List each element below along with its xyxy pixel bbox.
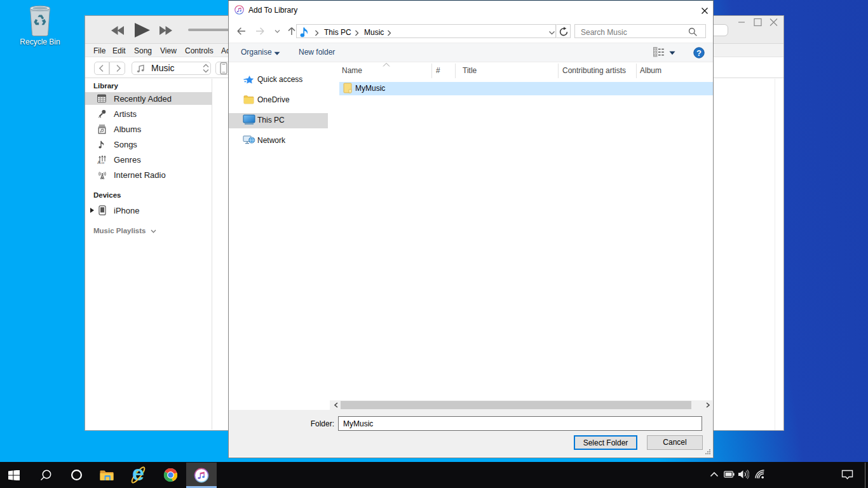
svg-text:A: A bbox=[97, 159, 100, 165]
svg-text:ᶾᶾ: ᶾᶾ bbox=[101, 161, 105, 165]
svg-text:?: ? bbox=[696, 48, 702, 58]
